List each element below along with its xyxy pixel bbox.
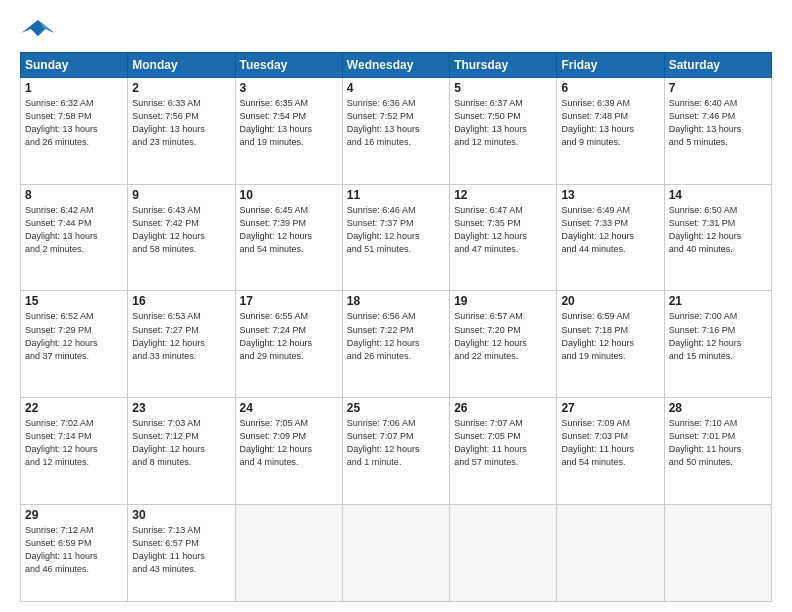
calendar-day-13: 13Sunrise: 6:49 AM Sunset: 7:33 PM Dayli…	[557, 184, 664, 291]
calendar-day-9: 9Sunrise: 6:43 AM Sunset: 7:42 PM Daylig…	[128, 184, 235, 291]
day-number: 11	[347, 188, 445, 202]
day-number: 1	[25, 81, 123, 95]
calendar-empty	[557, 504, 664, 601]
day-info: Sunrise: 7:03 AM Sunset: 7:12 PM Dayligh…	[132, 417, 230, 469]
svg-marker-0	[22, 20, 54, 36]
calendar-day-24: 24Sunrise: 7:05 AM Sunset: 7:09 PM Dayli…	[235, 398, 342, 505]
day-info: Sunrise: 7:06 AM Sunset: 7:07 PM Dayligh…	[347, 417, 445, 469]
day-info: Sunrise: 6:42 AM Sunset: 7:44 PM Dayligh…	[25, 204, 123, 256]
day-number: 16	[132, 294, 230, 308]
calendar-day-6: 6Sunrise: 6:39 AM Sunset: 7:48 PM Daylig…	[557, 78, 664, 185]
calendar-empty	[235, 504, 342, 601]
day-number: 15	[25, 294, 123, 308]
day-number: 22	[25, 401, 123, 415]
day-number: 19	[454, 294, 552, 308]
calendar-day-21: 21Sunrise: 7:00 AM Sunset: 7:16 PM Dayli…	[664, 291, 771, 398]
calendar-week-5: 29Sunrise: 7:12 AM Sunset: 6:59 PM Dayli…	[21, 504, 772, 601]
calendar-day-28: 28Sunrise: 7:10 AM Sunset: 7:01 PM Dayli…	[664, 398, 771, 505]
calendar-day-11: 11Sunrise: 6:46 AM Sunset: 7:37 PM Dayli…	[342, 184, 449, 291]
calendar-day-1: 1Sunrise: 6:32 AM Sunset: 7:58 PM Daylig…	[21, 78, 128, 185]
calendar-day-16: 16Sunrise: 6:53 AM Sunset: 7:27 PM Dayli…	[128, 291, 235, 398]
day-info: Sunrise: 6:36 AM Sunset: 7:52 PM Dayligh…	[347, 97, 445, 149]
day-info: Sunrise: 6:52 AM Sunset: 7:29 PM Dayligh…	[25, 310, 123, 362]
day-number: 5	[454, 81, 552, 95]
day-info: Sunrise: 6:32 AM Sunset: 7:58 PM Dayligh…	[25, 97, 123, 149]
day-number: 9	[132, 188, 230, 202]
day-number: 20	[561, 294, 659, 308]
page: SundayMondayTuesdayWednesdayThursdayFrid…	[0, 0, 792, 612]
day-number: 21	[669, 294, 767, 308]
day-info: Sunrise: 6:46 AM Sunset: 7:37 PM Dayligh…	[347, 204, 445, 256]
calendar-day-19: 19Sunrise: 6:57 AM Sunset: 7:20 PM Dayli…	[450, 291, 557, 398]
day-number: 18	[347, 294, 445, 308]
day-info: Sunrise: 6:49 AM Sunset: 7:33 PM Dayligh…	[561, 204, 659, 256]
calendar-day-30: 30Sunrise: 7:13 AM Sunset: 6:57 PM Dayli…	[128, 504, 235, 601]
weekday-header-wednesday: Wednesday	[342, 53, 449, 78]
logo-bird-icon	[20, 16, 56, 44]
weekday-header-friday: Friday	[557, 53, 664, 78]
calendar-day-5: 5Sunrise: 6:37 AM Sunset: 7:50 PM Daylig…	[450, 78, 557, 185]
calendar-day-12: 12Sunrise: 6:47 AM Sunset: 7:35 PM Dayli…	[450, 184, 557, 291]
day-number: 27	[561, 401, 659, 415]
day-number: 28	[669, 401, 767, 415]
day-number: 26	[454, 401, 552, 415]
day-number: 29	[25, 508, 123, 522]
header	[20, 16, 772, 44]
weekday-header-row: SundayMondayTuesdayWednesdayThursdayFrid…	[21, 53, 772, 78]
day-info: Sunrise: 7:13 AM Sunset: 6:57 PM Dayligh…	[132, 524, 230, 576]
day-info: Sunrise: 6:55 AM Sunset: 7:24 PM Dayligh…	[240, 310, 338, 362]
day-info: Sunrise: 6:45 AM Sunset: 7:39 PM Dayligh…	[240, 204, 338, 256]
day-number: 25	[347, 401, 445, 415]
day-info: Sunrise: 6:56 AM Sunset: 7:22 PM Dayligh…	[347, 310, 445, 362]
calendar-day-15: 15Sunrise: 6:52 AM Sunset: 7:29 PM Dayli…	[21, 291, 128, 398]
day-info: Sunrise: 6:35 AM Sunset: 7:54 PM Dayligh…	[240, 97, 338, 149]
weekday-header-monday: Monday	[128, 53, 235, 78]
day-number: 3	[240, 81, 338, 95]
calendar-day-17: 17Sunrise: 6:55 AM Sunset: 7:24 PM Dayli…	[235, 291, 342, 398]
day-info: Sunrise: 6:53 AM Sunset: 7:27 PM Dayligh…	[132, 310, 230, 362]
day-info: Sunrise: 6:59 AM Sunset: 7:18 PM Dayligh…	[561, 310, 659, 362]
day-info: Sunrise: 7:09 AM Sunset: 7:03 PM Dayligh…	[561, 417, 659, 469]
day-number: 14	[669, 188, 767, 202]
calendar-day-25: 25Sunrise: 7:06 AM Sunset: 7:07 PM Dayli…	[342, 398, 449, 505]
day-number: 23	[132, 401, 230, 415]
day-number: 13	[561, 188, 659, 202]
calendar-week-3: 15Sunrise: 6:52 AM Sunset: 7:29 PM Dayli…	[21, 291, 772, 398]
day-info: Sunrise: 7:00 AM Sunset: 7:16 PM Dayligh…	[669, 310, 767, 362]
calendar-day-14: 14Sunrise: 6:50 AM Sunset: 7:31 PM Dayli…	[664, 184, 771, 291]
calendar-day-26: 26Sunrise: 7:07 AM Sunset: 7:05 PM Dayli…	[450, 398, 557, 505]
weekday-header-tuesday: Tuesday	[235, 53, 342, 78]
day-info: Sunrise: 6:37 AM Sunset: 7:50 PM Dayligh…	[454, 97, 552, 149]
calendar-day-3: 3Sunrise: 6:35 AM Sunset: 7:54 PM Daylig…	[235, 78, 342, 185]
day-info: Sunrise: 7:10 AM Sunset: 7:01 PM Dayligh…	[669, 417, 767, 469]
weekday-header-thursday: Thursday	[450, 53, 557, 78]
day-number: 17	[240, 294, 338, 308]
day-number: 30	[132, 508, 230, 522]
calendar-week-2: 8Sunrise: 6:42 AM Sunset: 7:44 PM Daylig…	[21, 184, 772, 291]
calendar: SundayMondayTuesdayWednesdayThursdayFrid…	[20, 52, 772, 602]
calendar-day-23: 23Sunrise: 7:03 AM Sunset: 7:12 PM Dayli…	[128, 398, 235, 505]
calendar-week-1: 1Sunrise: 6:32 AM Sunset: 7:58 PM Daylig…	[21, 78, 772, 185]
calendar-day-22: 22Sunrise: 7:02 AM Sunset: 7:14 PM Dayli…	[21, 398, 128, 505]
weekday-header-saturday: Saturday	[664, 53, 771, 78]
day-number: 2	[132, 81, 230, 95]
day-info: Sunrise: 6:39 AM Sunset: 7:48 PM Dayligh…	[561, 97, 659, 149]
day-info: Sunrise: 6:33 AM Sunset: 7:56 PM Dayligh…	[132, 97, 230, 149]
calendar-day-2: 2Sunrise: 6:33 AM Sunset: 7:56 PM Daylig…	[128, 78, 235, 185]
calendar-day-20: 20Sunrise: 6:59 AM Sunset: 7:18 PM Dayli…	[557, 291, 664, 398]
calendar-week-4: 22Sunrise: 7:02 AM Sunset: 7:14 PM Dayli…	[21, 398, 772, 505]
day-number: 24	[240, 401, 338, 415]
day-info: Sunrise: 7:12 AM Sunset: 6:59 PM Dayligh…	[25, 524, 123, 576]
calendar-day-4: 4Sunrise: 6:36 AM Sunset: 7:52 PM Daylig…	[342, 78, 449, 185]
day-number: 10	[240, 188, 338, 202]
logo	[20, 16, 58, 44]
calendar-day-29: 29Sunrise: 7:12 AM Sunset: 6:59 PM Dayli…	[21, 504, 128, 601]
day-info: Sunrise: 6:40 AM Sunset: 7:46 PM Dayligh…	[669, 97, 767, 149]
calendar-day-18: 18Sunrise: 6:56 AM Sunset: 7:22 PM Dayli…	[342, 291, 449, 398]
day-info: Sunrise: 7:07 AM Sunset: 7:05 PM Dayligh…	[454, 417, 552, 469]
day-number: 7	[669, 81, 767, 95]
day-number: 6	[561, 81, 659, 95]
calendar-empty	[342, 504, 449, 601]
calendar-day-27: 27Sunrise: 7:09 AM Sunset: 7:03 PM Dayli…	[557, 398, 664, 505]
day-number: 4	[347, 81, 445, 95]
